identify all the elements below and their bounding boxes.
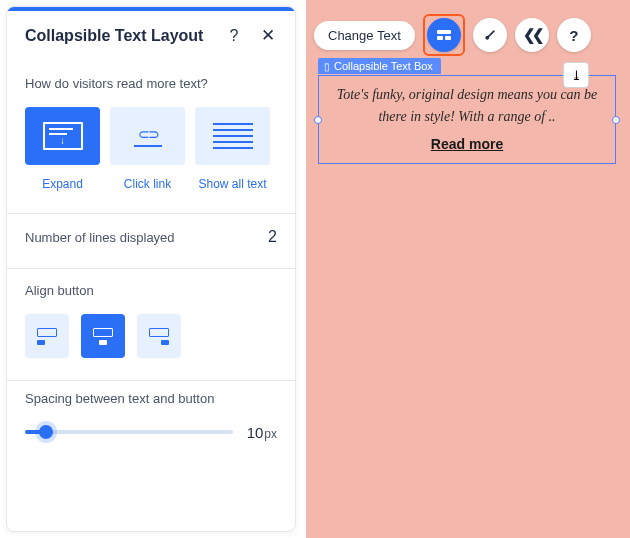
read-option-expand-label: Expand: [25, 177, 100, 191]
lines-displayed-label: Number of lines displayed: [25, 230, 175, 245]
panel-title: Collapsible Text Layout: [25, 27, 225, 45]
editor-canvas[interactable]: Change Text ❮❮ ? ▯ Collapsible Text Box …: [306, 0, 630, 538]
read-option-clicklink-label: Click link: [110, 177, 185, 191]
layout-icon: [437, 30, 451, 40]
mobile-icon: ▯: [324, 61, 330, 72]
resize-handle-right[interactable]: [612, 116, 620, 124]
section-lines-displayed: Number of lines displayed 2: [7, 214, 295, 268]
element-toolbar: Change Text ❮❮ ?: [314, 14, 591, 56]
element-type-label: Collapsible Text Box: [334, 60, 433, 72]
active-tool-highlight: [423, 14, 465, 56]
layout-button[interactable]: [427, 18, 461, 52]
spacing-value[interactable]: 10: [247, 424, 264, 441]
download-button[interactable]: ⤓: [563, 62, 589, 88]
read-mode-label: How do visitors read more text?: [25, 76, 277, 91]
collapsible-text-element[interactable]: ⤓ Tote's funky, original design means yo…: [318, 75, 616, 164]
brush-icon: [479, 24, 500, 45]
lines-displayed-value[interactable]: 2: [268, 228, 277, 246]
read-more-button[interactable]: Read more: [431, 136, 503, 152]
lines-icon: [213, 123, 253, 149]
align-button-label: Align button: [25, 283, 277, 298]
align-option-left[interactable]: [25, 314, 69, 358]
animation-button[interactable]: ❮❮: [515, 18, 549, 52]
section-read-mode: How do visitors read more text? ↓ ⊂⊃: [7, 62, 295, 213]
resize-handle-left[interactable]: [314, 116, 322, 124]
align-option-right[interactable]: [137, 314, 181, 358]
align-right-icon: [149, 328, 169, 345]
close-icon[interactable]: ✕: [259, 25, 277, 46]
help-button[interactable]: ?: [557, 18, 591, 52]
element-type-tag[interactable]: ▯ Collapsible Text Box: [318, 58, 441, 74]
animation-icon: ❮❮: [523, 26, 541, 44]
download-icon: ⤓: [571, 68, 582, 83]
question-icon: ?: [569, 27, 578, 44]
read-option-expand[interactable]: ↓: [25, 107, 100, 165]
change-text-button[interactable]: Change Text: [314, 21, 415, 50]
spacing-label: Spacing between text and button: [25, 391, 277, 406]
align-button-options: [25, 314, 277, 358]
help-icon[interactable]: ?: [225, 27, 243, 45]
read-mode-option-labels: Expand Click link Show all text: [25, 177, 277, 191]
link-icon: ⊂⊃: [134, 126, 162, 147]
read-option-showall-label: Show all text: [195, 177, 270, 191]
spacing-unit: px: [264, 427, 277, 441]
read-mode-options: ↓ ⊂⊃: [25, 107, 277, 165]
align-option-center[interactable]: [81, 314, 125, 358]
read-option-clicklink[interactable]: ⊂⊃: [110, 107, 185, 165]
panel-header: Collapsible Text Layout ? ✕: [7, 11, 295, 62]
spacing-slider[interactable]: [25, 422, 233, 442]
align-left-icon: [37, 328, 57, 345]
slider-thumb[interactable]: [39, 425, 53, 439]
section-align-button: Align button: [7, 269, 295, 380]
read-option-showall[interactable]: [195, 107, 270, 165]
expand-icon: ↓: [43, 122, 83, 150]
layout-settings-panel: Collapsible Text Layout ? ✕ How do visit…: [6, 6, 296, 532]
align-center-icon: [93, 328, 113, 345]
design-button[interactable]: [473, 18, 507, 52]
section-spacing: Spacing between text and button 10px: [7, 381, 295, 452]
